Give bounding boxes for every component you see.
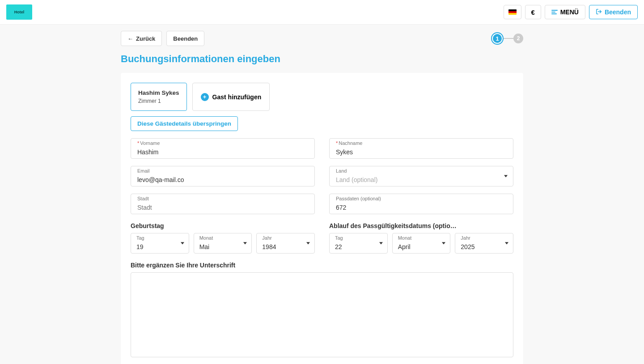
firstname-label: *Vorname — [137, 140, 160, 146]
country-label: Land — [336, 168, 347, 174]
lastname-field[interactable]: *Nachname — [329, 138, 513, 159]
guest-tab-room: Zimmer 1 — [138, 98, 179, 104]
topbar: Hotel € MENÜ Beenden — [0, 0, 644, 25]
plus-circle-icon: + — [201, 93, 209, 101]
chevron-down-icon — [505, 242, 508, 245]
passport-expiry-section: Ablauf des Passgültigkeitsdatums (optio…… — [329, 216, 513, 254]
currency-symbol: € — [531, 8, 534, 16]
birthday-title: Geburtstag — [131, 222, 315, 229]
currency-button[interactable]: € — [525, 5, 541, 19]
passport-expiry-trio: Tag 22 Monat April Jahr 2025 — [329, 233, 513, 254]
page-title: Buchungsinformationen eingeben — [121, 53, 523, 65]
logo: Hotel — [6, 4, 32, 20]
exit-label: Beenden — [605, 8, 631, 16]
city-field[interactable]: Stadt — [131, 194, 315, 214]
chevron-down-icon — [379, 242, 383, 245]
chevron-down-icon — [504, 175, 508, 178]
add-guest-button[interactable]: + Gast hinzufügen — [192, 83, 270, 111]
email-field[interactable]: Email — [131, 166, 315, 186]
expiry-year-select[interactable]: Jahr 2025 — [455, 233, 513, 254]
chevron-down-icon — [306, 242, 310, 245]
passport-input[interactable] — [336, 204, 500, 211]
finish-button[interactable]: Beenden — [166, 31, 204, 46]
menu-label: MENÜ — [560, 8, 579, 16]
birthday-year-select[interactable]: Jahr 1984 — [256, 233, 315, 254]
arrow-left-icon: ← — [127, 35, 133, 42]
passport-label: Passdaten (optional) — [336, 196, 381, 201]
country-field[interactable]: Land Land (optional) — [329, 166, 513, 186]
guest-tabs: Hashim Sykes Zimmer 1 + Gast hinzufügen — [131, 83, 513, 111]
exit-button[interactable]: Beenden — [589, 5, 638, 19]
date-sections: Geburtstag Tag 19 Monat Mai Jahr 1984 — [131, 216, 513, 254]
skip-label: Diese Gästedetails überspringen — [137, 120, 231, 127]
add-guest-label: Gast hinzufügen — [212, 93, 262, 101]
chevron-down-icon — [181, 242, 184, 245]
birthday-section: Geburtstag Tag 19 Monat Mai Jahr 1984 — [131, 216, 315, 254]
form-card: Hashim Sykes Zimmer 1 + Gast hinzufügen … — [121, 73, 523, 364]
city-label: Stadt — [137, 196, 149, 201]
birthday-month-select[interactable]: Monat Mai — [194, 233, 252, 254]
birthday-day-select[interactable]: Tag 19 — [131, 233, 189, 254]
lastname-input[interactable] — [336, 148, 500, 156]
menu-icon — [551, 10, 558, 14]
signature-canvas[interactable] — [131, 272, 513, 357]
guest-tab-name: Hashim Sykes — [138, 89, 179, 96]
finish-label: Beenden — [173, 35, 198, 42]
chevron-down-icon — [442, 242, 445, 245]
step-1: 1 — [491, 32, 504, 45]
action-row: ← Zurück Beenden 1 2 — [121, 31, 523, 46]
chevron-down-icon — [243, 242, 247, 245]
form-grid: *Vorname *Nachname Email Land Land (opti… — [131, 138, 513, 214]
firstname-field[interactable]: *Vorname — [131, 138, 315, 159]
firstname-input[interactable] — [137, 148, 301, 156]
country-placeholder: Land (optional) — [336, 176, 500, 183]
email-input[interactable] — [137, 176, 301, 183]
birthday-trio: Tag 19 Monat Mai Jahr 1984 — [131, 233, 315, 254]
page-container: ← Zurück Beenden 1 2 Buchungsinformation… — [121, 25, 523, 364]
menu-button[interactable]: MENÜ — [545, 5, 585, 19]
action-left: ← Zurück Beenden — [121, 31, 204, 46]
back-label: Zurück — [136, 35, 155, 42]
skip-details-button[interactable]: Diese Gästedetails überspringen — [131, 116, 238, 131]
expiry-month-select[interactable]: Monat April — [392, 233, 451, 254]
email-label: Email — [137, 168, 150, 174]
flag-de-icon — [508, 9, 517, 15]
signature-label: Bitte ergänzen Sie Ihre Unterschrift — [131, 262, 513, 269]
passport-expiry-title: Ablauf des Passgültigkeitsdatums (optio… — [329, 222, 513, 229]
step-2: 2 — [513, 34, 523, 43]
lastname-label: *Nachname — [336, 140, 362, 146]
language-button[interactable] — [504, 5, 521, 19]
logo-text: Hotel — [14, 10, 25, 14]
step-connector — [504, 38, 513, 39]
expiry-day-select[interactable]: Tag 22 — [329, 233, 388, 254]
guest-tab-active[interactable]: Hashim Sykes Zimmer 1 — [131, 83, 187, 111]
sign-out-icon — [596, 8, 602, 16]
stepper: 1 2 — [491, 32, 523, 45]
back-button[interactable]: ← Zurück — [121, 31, 162, 46]
topbar-right: € MENÜ Beenden — [504, 5, 638, 19]
passport-field[interactable]: Passdaten (optional) — [329, 194, 513, 214]
city-input[interactable] — [137, 204, 301, 211]
